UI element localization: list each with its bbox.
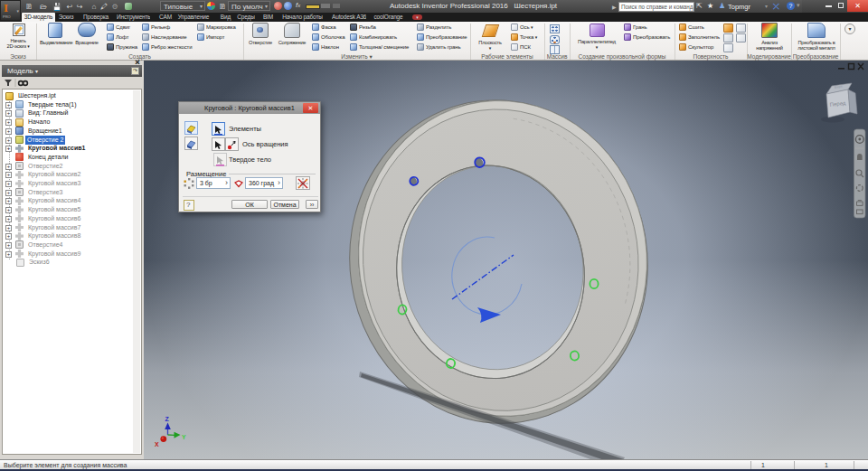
svg-text:Z: Z — [165, 416, 170, 422]
svg-text:Y: Y — [182, 434, 186, 440]
svg-text:X: X — [155, 441, 159, 447]
